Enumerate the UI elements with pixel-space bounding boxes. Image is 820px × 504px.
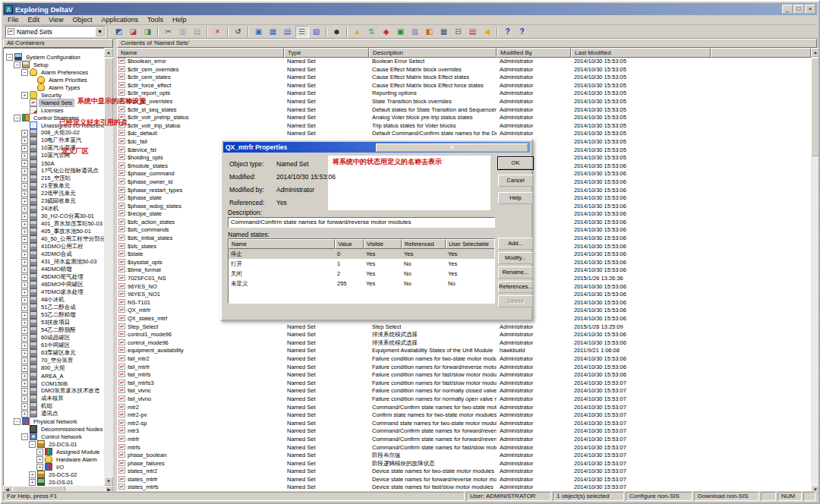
expander-icon[interactable]: +	[21, 282, 28, 288]
tree-item[interactable]: +47DMO废水处理	[4, 288, 104, 296]
menu-item-object[interactable]: Object	[68, 16, 96, 24]
expander-icon[interactable]: +	[21, 297, 28, 304]
column-header-last-modified[interactable]: Last Modified	[571, 48, 711, 58]
minimize-button[interactable]: _	[782, 5, 793, 14]
expander-icon[interactable]: −	[6, 54, 13, 61]
alarm-config-icon[interactable]: ▲	[351, 26, 364, 38]
control-studio-icon[interactable]: ▣	[394, 26, 408, 38]
expander-icon[interactable]: +	[21, 395, 28, 402]
expander-icon[interactable]: +	[21, 342, 28, 349]
memo-icon[interactable]: ▤	[466, 26, 480, 38]
expander-icon[interactable]: +	[21, 259, 28, 266]
tree-item[interactable]: +Hardware Alarm	[4, 455, 104, 463]
tree-scrollbar-thumb[interactable]	[104, 58, 113, 126]
list-row[interactable]: ⇄$ctlr_votr_pretrip_statusNamed SetAnalo…	[117, 114, 811, 122]
tree-vertical-scrollbar[interactable]: ▲ ▼	[104, 48, 113, 486]
tree-item[interactable]: +44DMO精馏	[4, 266, 104, 273]
expander-icon[interactable]: +	[29, 479, 36, 486]
list-row[interactable]: ⇄fail_vlvnoNamed SetFailure condition na…	[117, 395, 811, 404]
cut-icon[interactable]: ✂	[162, 26, 175, 38]
expander-icon[interactable]: +	[21, 373, 28, 380]
dialog-column-header-user-selectable[interactable]: User Selectable	[446, 239, 495, 249]
delete-icon[interactable]: ×	[211, 26, 225, 38]
tree-item[interactable]: +51乙二醇合成	[4, 304, 104, 311]
explore-icon[interactable]: ◪	[127, 26, 140, 38]
dialog-column-header-referenced[interactable]: Referenced	[402, 239, 446, 249]
database-icon[interactable]: ▦	[437, 26, 451, 38]
find-icon[interactable]: ◨	[141, 26, 155, 38]
list-vertical-scrollbar[interactable]: ▲ ▼	[811, 48, 820, 494]
expander-icon[interactable]: +	[21, 403, 28, 410]
tree-item[interactable]: +DMO装置废水技术改造	[4, 387, 104, 395]
tree-item[interactable]: +401_原水加压泵站50-03	[4, 220, 104, 228]
named-states-table[interactable]: NameValueVisibleReferencedUser Selectabl…	[228, 238, 495, 304]
column-header-description[interactable]: Description	[369, 48, 497, 58]
scroll-down-arrow-icon[interactable]: ▼	[104, 477, 113, 486]
help-button[interactable]: Help	[498, 192, 533, 204]
expander-icon[interactable]: +	[36, 456, 43, 463]
tree-item[interactable]: +17气化公控指标通讯点	[4, 167, 104, 175]
expander-icon[interactable]: −	[14, 115, 20, 121]
tree-item[interactable]: +70_空分装置	[4, 357, 104, 364]
expander-icon[interactable]: −	[21, 433, 28, 440]
expander-icon[interactable]: +	[36, 449, 43, 455]
menu-item-applications[interactable]: Applications	[96, 16, 143, 24]
tree-item[interactable]: +24冰机	[4, 205, 104, 213]
dialog-close-button[interactable]: ×	[376, 143, 528, 152]
tree-item[interactable]: −Control Network	[4, 433, 104, 440]
details-view-icon[interactable]: ☰	[295, 26, 309, 38]
list-scrollbar-thumb[interactable]	[811, 58, 820, 156]
list-row[interactable]: ⇄mtrfsNamed SetCommand/Confirm state nam…	[117, 444, 811, 452]
scroll-up-arrow-icon[interactable]: ▲	[104, 48, 113, 57]
named-state-row[interactable]: 关闭2YesNoYes	[229, 269, 494, 279]
expander-icon[interactable]: +	[21, 312, 28, 319]
scroll-up-arrow-icon[interactable]: ▲	[811, 48, 820, 57]
dialog-column-header-visible[interactable]: Visible	[364, 239, 402, 249]
list-row[interactable]: ⇄phase_booleanNamed Set阶段布尔值Administrato…	[117, 452, 811, 460]
tree-item[interactable]: +63泵罐区单元	[4, 349, 104, 357]
expander-icon[interactable]: +	[21, 380, 28, 387]
expander-icon[interactable]: +	[21, 304, 28, 311]
expander-icon[interactable]: +	[21, 130, 28, 137]
list-row[interactable]: ⇄mtr2Named SetCommand/Confirm state name…	[117, 404, 811, 412]
add-button[interactable]: Add...	[498, 238, 533, 250]
tree-item[interactable]: +45DMO尾气处理	[4, 273, 104, 281]
expander-icon[interactable]: +	[21, 191, 28, 197]
close-button[interactable]: ×	[805, 5, 815, 14]
menu-item-view[interactable]: View	[44, 16, 68, 24]
undo-icon[interactable]: ↺	[232, 26, 245, 38]
paste-icon[interactable]: ▤	[191, 26, 204, 38]
expander-icon[interactable]: +	[21, 183, 28, 190]
list-row[interactable]: ⇄$ctlr_force_effectNamed SetCause Effect…	[117, 82, 811, 90]
help-icon[interactable]: ?	[501, 26, 515, 38]
configure-icon[interactable]: ◆	[380, 26, 393, 38]
maximize-button[interactable]: □	[793, 5, 804, 14]
expander-icon[interactable]: +	[21, 411, 28, 417]
tree-item[interactable]: +41DMO公用工程	[4, 243, 104, 250]
tree-item[interactable]: +46DMO中间罐区	[4, 281, 104, 288]
expander-icon[interactable]: +	[21, 153, 28, 159]
expander-icon[interactable]: +	[21, 228, 28, 235]
expander-icon[interactable]: −	[14, 418, 20, 425]
tree-item[interactable]: +AREA_A	[4, 372, 104, 380]
tree-item[interactable]: −Alarm Preferences	[4, 68, 104, 76]
list-row[interactable]: ⇄$ctlr_cem_overridesNamed SetCause Effec…	[117, 66, 811, 74]
expander-icon[interactable]: +	[21, 350, 28, 357]
list-row[interactable]: ⇄states_mtr2Named SetDevice state names …	[117, 468, 811, 476]
list-row[interactable]: ⇄$ctlr_st_seq_statesNamed SetDefault sta…	[117, 106, 811, 115]
expander-icon[interactable]: +	[21, 320, 28, 326]
dialog-column-header-value[interactable]: Value	[335, 239, 364, 249]
tree-item[interactable]: +42DMO合成	[4, 250, 104, 258]
tree-item[interactable]: +22低甲洗单元	[4, 190, 104, 197]
context-help-icon[interactable]: ?	[516, 26, 529, 38]
expander-icon[interactable]: +	[21, 289, 28, 296]
list-row[interactable]: ⇄$boolean_errorNamed SetBoolean Error Se…	[117, 58, 811, 66]
list-row[interactable]: ⇄Step_SelectNamed SetStep SelectAdminist…	[117, 323, 811, 332]
list-row[interactable]: ⇄equipment_availabilityNamed SetEquipmen…	[117, 347, 811, 355]
modify-button[interactable]: Modify...	[498, 252, 533, 264]
list-row[interactable]: ⇄mtr2-pvNamed SetConfirm state names for…	[117, 411, 811, 420]
list-row[interactable]: ⇄$ctlr_cem_statesNamed SetCause Effect M…	[117, 74, 811, 82]
tree-item[interactable]: +53乙二醇精馏	[4, 311, 104, 319]
tree-item[interactable]: Alarm Types	[4, 83, 104, 91]
expander-icon[interactable]: +	[21, 92, 28, 99]
